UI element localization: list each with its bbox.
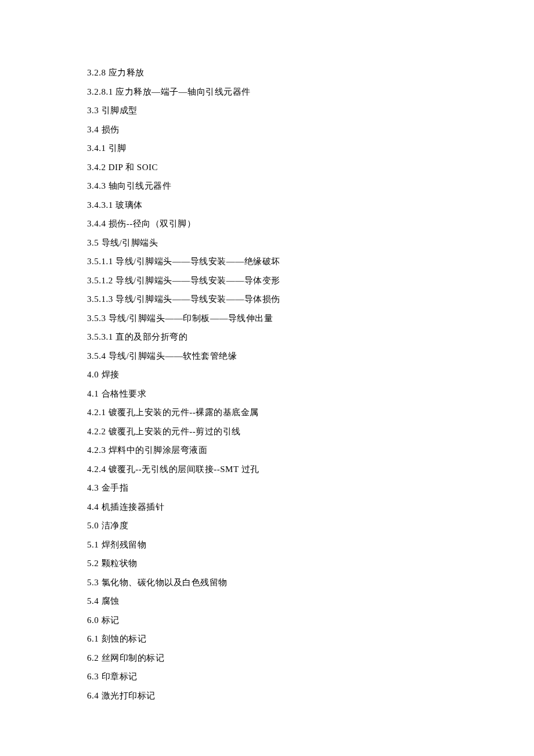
toc-entry: 5.0 洁净度	[87, 521, 447, 530]
toc-entry: 3.4.3 轴向引线元器件	[87, 182, 447, 190]
toc-entry-number: 3.2.8	[87, 68, 106, 77]
toc-entry-number: 3.4.3.1	[87, 200, 113, 210]
toc-entry: 3.5.3.1 直的及部分折弯的	[87, 333, 447, 341]
toc-entry-number: 4.4	[87, 502, 99, 512]
toc-entry: 4.2.1 镀覆孔上安装的元件--裸露的基底金属	[87, 408, 447, 417]
toc-entry-number: 3.4	[87, 125, 99, 134]
toc-entry-title: 损伤--径向（双引脚）	[109, 219, 196, 228]
toc-entry-number: 5.3	[87, 578, 99, 587]
toc-entry-title: 引脚成型	[102, 106, 138, 115]
toc-entry: 3.4.1 引脚	[87, 144, 447, 153]
document-page: 3.2.8 应力释放3.2.8.1 应力释放—端子—轴向引线元器件3.3 引脚成…	[0, 0, 534, 745]
toc-entry-title: DIP 和 SOIC	[109, 163, 158, 172]
toc-entry: 3.2.8 应力释放	[87, 69, 447, 77]
toc-entry-title: 导线/引脚端头——导线安装——绝缘破坏	[116, 257, 280, 266]
toc-entry-number: 3.5.3	[87, 314, 106, 323]
toc-entry-title: 引脚	[109, 143, 127, 153]
toc-entry-title: 直的及部分折弯的	[116, 332, 187, 341]
toc-entry-title: 腐蚀	[102, 596, 120, 606]
toc-entry-number: 4.2.1	[87, 408, 106, 417]
toc-entry-title: 导线/引脚端头	[102, 238, 158, 247]
toc-entry-number: 3.2.8.1	[87, 87, 113, 96]
toc-entry-number: 5.2	[87, 559, 99, 568]
toc-entry-number: 3.4.3	[87, 181, 106, 190]
toc-entry: 3.5.1.1 导线/引脚端头——导线安装——绝缘破坏	[87, 257, 447, 266]
toc-entry: 3.4.3.1 玻璃体	[87, 201, 447, 210]
toc-entry-title: 丝网印制的标记	[102, 653, 165, 663]
toc-entry-title: 导线/引脚端头——导线安装——导体损伤	[116, 294, 280, 304]
toc-entry: 5.4 腐蚀	[87, 597, 447, 606]
toc-entry-number: 3.5.1.3	[87, 294, 113, 304]
toc-entry: 4.2.4 镀覆孔--无引线的层间联接--SMT 过孔	[87, 465, 447, 474]
toc-entry: 6.2 丝网印制的标记	[87, 654, 447, 663]
toc-entry-title: 玻璃体	[116, 200, 143, 210]
toc-entry-title: 颗粒状物	[102, 559, 138, 568]
toc-entry-number: 6.2	[87, 653, 99, 663]
toc-entry-number: 5.4	[87, 596, 99, 606]
toc-entry-title: 应力释放—端子—轴向引线元器件	[116, 87, 251, 96]
toc-entry-title: 标记	[102, 615, 120, 625]
toc-entry-title: 金手指	[102, 483, 129, 492]
toc-entry-number: 3.4.2	[87, 163, 106, 172]
toc-entry: 4.3 金手指	[87, 484, 447, 492]
toc-entry-title: 镀覆孔上安装的元件--剪过的引线	[109, 427, 241, 436]
toc-entry-number: 6.4	[87, 691, 99, 700]
toc-entry-title: 焊接	[102, 370, 120, 379]
toc-entry-title: 焊料中的引脚涂层弯液面	[109, 445, 208, 455]
toc-entry: 4.2.2 镀覆孔上安装的元件--剪过的引线	[87, 427, 447, 436]
toc-entry-number: 4.2.4	[87, 465, 106, 474]
toc-entry-number: 4.2.3	[87, 445, 106, 455]
toc-entry-title: 刻蚀的标记	[102, 634, 147, 643]
toc-entry-number: 6.0	[87, 615, 99, 625]
toc-entry: 3.2.8.1 应力释放—端子—轴向引线元器件	[87, 88, 447, 96]
toc-entry-title: 机插连接器插针	[102, 502, 165, 512]
toc-entry-number: 4.3	[87, 483, 99, 492]
toc-entry-title: 洁净度	[102, 521, 129, 530]
toc-entry-number: 4.2.2	[87, 427, 106, 436]
toc-entry: 5.1 焊剂残留物	[87, 541, 447, 549]
toc-entry-title: 损伤	[102, 125, 120, 134]
toc-entry-title: 合格性要求	[102, 389, 147, 398]
toc-entry-title: 镀覆孔--无引线的层间联接--SMT 过孔	[109, 465, 259, 474]
toc-entry-title: 应力释放	[109, 68, 145, 77]
toc-entry-title: 焊剂残留物	[102, 540, 147, 549]
toc-entry-number: 6.1	[87, 634, 99, 643]
toc-entry-number: 3.5	[87, 238, 99, 247]
toc-entry-number: 4.1	[87, 389, 99, 398]
toc-entry-title: 印章标记	[102, 672, 138, 681]
table-of-contents: 3.2.8 应力释放3.2.8.1 应力释放—端子—轴向引线元器件3.3 引脚成…	[87, 69, 447, 700]
toc-entry: 6.3 印章标记	[87, 672, 447, 681]
toc-entry: 3.5 导线/引脚端头	[87, 239, 447, 247]
toc-entry-title: 轴向引线元器件	[109, 181, 172, 190]
toc-entry-number: 3.5.4	[87, 351, 106, 361]
toc-entry-number: 3.5.1.1	[87, 257, 113, 266]
toc-entry-title: 镀覆孔上安装的元件--裸露的基底金属	[109, 408, 259, 417]
toc-entry-number: 3.4.1	[87, 143, 106, 153]
toc-entry: 3.5.3 导线/引脚端头——印制板——导线伸出量	[87, 314, 447, 323]
toc-entry-number: 5.1	[87, 540, 99, 549]
toc-entry: 5.2 颗粒状物	[87, 559, 447, 568]
toc-entry: 3.5.4 导线/引脚端头——软性套管绝缘	[87, 352, 447, 361]
toc-entry-number: 3.3	[87, 106, 99, 115]
toc-entry-title: 导线/引脚端头——导线安装——导体变形	[116, 276, 280, 285]
toc-entry-number: 4.0	[87, 370, 99, 379]
toc-entry-number: 3.5.1.2	[87, 276, 113, 285]
toc-entry: 6.0 标记	[87, 616, 447, 625]
toc-entry-title: 激光打印标记	[102, 691, 156, 700]
toc-entry: 5.3 氯化物、碳化物以及白色残留物	[87, 578, 447, 587]
toc-entry: 6.4 激光打印标记	[87, 692, 447, 700]
toc-entry-title: 导线/引脚端头——印制板——导线伸出量	[109, 314, 273, 323]
toc-entry: 4.1 合格性要求	[87, 390, 447, 398]
toc-entry: 4.2.3 焊料中的引脚涂层弯液面	[87, 446, 447, 455]
toc-entry: 3.4.2 DIP 和 SOIC	[87, 163, 447, 172]
toc-entry-title: 氯化物、碳化物以及白色残留物	[102, 578, 228, 587]
toc-entry-number: 3.4.4	[87, 219, 106, 228]
toc-entry: 3.4 损伤	[87, 125, 447, 134]
toc-entry-title: 导线/引脚端头——软性套管绝缘	[109, 351, 237, 361]
toc-entry: 4.0 焊接	[87, 370, 447, 379]
toc-entry: 3.4.4 损伤--径向（双引脚）	[87, 219, 447, 228]
toc-entry: 3.3 引脚成型	[87, 106, 447, 115]
toc-entry-number: 3.5.3.1	[87, 332, 113, 341]
toc-entry-number: 6.3	[87, 672, 99, 681]
toc-entry: 4.4 机插连接器插针	[87, 503, 447, 512]
